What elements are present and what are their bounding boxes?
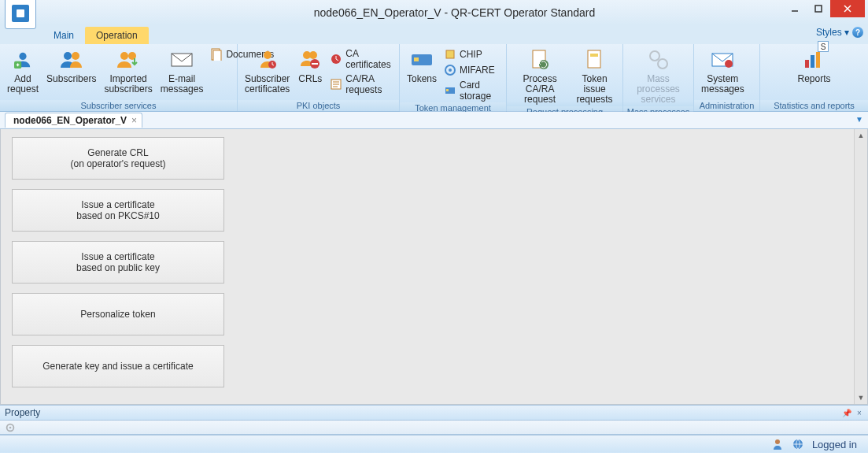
close-tab-icon[interactable]: × [131, 115, 137, 126]
reports-label: Reports [797, 74, 830, 84]
maximize-button[interactable] [807, 0, 830, 17]
ribbon-tabbar: Main Operation Styles ▾ ? S [0, 25, 868, 44]
mass-processes-label: Mass processes services [630, 74, 686, 105]
app-menu-button[interactable] [5, 0, 36, 29]
ca-ra-requests-label: CA/RA requests [345, 73, 393, 95]
svg-rect-26 [446, 89, 449, 91]
close-panel-icon[interactable]: × [854, 407, 865, 418]
svg-rect-1 [815, 6, 822, 12]
issue-cert-pubkey-button[interactable]: Issue a certificate based on public key [12, 241, 224, 284]
mifare-label: MIFARE [460, 65, 495, 76]
email-messages-button[interactable]: E-mail messages [157, 46, 208, 96]
gen-key-issue-cert-button[interactable]: Generate key and issue a certificate [12, 345, 224, 387]
svg-point-6 [64, 52, 72, 60]
crls-label: CRLs [298, 74, 322, 84]
subscribers-button[interactable]: Subscribers [42, 46, 100, 86]
svg-rect-12 [213, 50, 221, 61]
svg-point-32 [658, 59, 667, 69]
network-status-icon [792, 438, 804, 450]
svg-point-34 [725, 60, 733, 68]
mifare-button[interactable]: MIFARE [441, 63, 503, 77]
minimize-button[interactable] [783, 0, 807, 17]
ca-certificates-icon [330, 53, 342, 65]
add-request-label: Add request [7, 74, 39, 95]
tokens-button[interactable]: Tokens [403, 46, 441, 86]
chip-button[interactable]: CHIP [441, 47, 503, 61]
svg-rect-30 [590, 54, 598, 57]
token-issue-requests-button[interactable]: Token issue requests [570, 46, 619, 106]
tab-main[interactable]: Main [42, 27, 85, 44]
keytip-s: S [818, 41, 829, 52]
tokens-icon [409, 47, 434, 72]
app-icon [12, 5, 29, 22]
ribbon: Add request Subscribers Imported subscri… [0, 44, 868, 112]
imported-subscribers-icon [116, 47, 141, 72]
scroll-down-icon[interactable]: ▼ [855, 391, 867, 404]
system-messages-button[interactable]: System messages [697, 46, 748, 96]
tab-operation[interactable]: Operation [85, 27, 149, 44]
property-panel-body [0, 421, 868, 435]
svg-rect-22 [446, 50, 454, 58]
subscriber-certificates-button[interactable]: Subscriber certificates [241, 46, 294, 96]
property-panel-header[interactable]: Property 📌 × [0, 405, 868, 421]
subscriber-services-group-label: Subscriber services [0, 100, 237, 111]
svg-point-8 [120, 52, 128, 60]
subscriber-certificates-label: Subscriber certificates [245, 74, 290, 95]
process-icon [527, 47, 552, 72]
svg-point-31 [650, 51, 659, 61]
help-icon[interactable]: ? [852, 27, 863, 38]
document-area: node066_EN_Operator_V × ▼ Generate CRL (… [0, 112, 868, 405]
ca-ra-requests-button[interactable]: CA/RA requests [327, 72, 396, 96]
pin-icon[interactable]: 📌 [841, 407, 852, 418]
scroll-up-icon[interactable]: ▲ [855, 129, 867, 142]
card-storage-label: Card storage [460, 80, 500, 102]
tabs-dropdown-icon[interactable]: ▼ [855, 115, 863, 124]
operation-button-list: Generate CRL (on operator's request) Iss… [1, 129, 229, 404]
svg-rect-21 [414, 57, 419, 61]
svg-point-40 [775, 439, 780, 444]
crls-icon [297, 47, 323, 72]
generate-crl-button[interactable]: Generate CRL (on operator's request) [12, 137, 224, 180]
statistics-reports-group-label: Statistics and reports [760, 100, 868, 111]
personalize-token-button[interactable]: Personalize token [12, 293, 224, 335]
property-panel-title: Property [5, 407, 40, 418]
svg-point-24 [449, 69, 452, 72]
process-ca-ra-button[interactable]: Process CA/RA request [510, 46, 570, 106]
mass-processes-button: Mass processes services [626, 46, 690, 106]
title-bar: node066_EN_Operator_V - QR-CERT Operator… [0, 0, 868, 25]
svg-point-7 [72, 52, 79, 60]
svg-point-39 [9, 426, 12, 428]
system-messages-label: System messages [701, 74, 744, 95]
svg-rect-35 [805, 60, 809, 68]
documents-icon [210, 48, 223, 61]
token-issue-label: Token issue requests [574, 74, 615, 105]
tokens-label: Tokens [407, 74, 437, 84]
styles-dropdown[interactable]: Styles ▾ [816, 27, 849, 38]
document-tabstrip: node066_EN_Operator_V × ▼ [0, 112, 868, 129]
vertical-scrollbar[interactable]: ▲ ▼ [854, 129, 867, 404]
logged-in-label: Logged in [812, 439, 857, 450]
token-issue-icon [582, 47, 608, 72]
document-tab[interactable]: node066_EN_Operator_V × [5, 113, 142, 128]
add-request-button[interactable]: Add request [3, 46, 42, 96]
document-body: Generate CRL (on operator's request) Iss… [0, 129, 868, 405]
pki-objects-group-label: PKI objects [238, 100, 399, 111]
issue-cert-pkcs10-button[interactable]: Issue a certificate based on PKCS#10 [12, 189, 224, 232]
svg-point-16 [309, 51, 317, 59]
chip-label: CHIP [460, 49, 482, 60]
document-tab-label: node066_EN_Operator_V [13, 115, 127, 126]
imported-subscribers-button[interactable]: Imported subscribers [100, 46, 156, 96]
svg-rect-37 [816, 52, 820, 68]
administration-group-label: Administration [694, 100, 759, 111]
add-request-icon [10, 47, 35, 72]
user-status-icon [771, 438, 784, 450]
ca-certificates-button[interactable]: CA certificates [327, 47, 396, 71]
card-storage-button[interactable]: Card storage [441, 79, 503, 102]
subscribers-icon [59, 47, 84, 72]
system-messages-icon [710, 47, 735, 72]
crls-button[interactable]: CRLs [294, 46, 327, 86]
certificate-icon [255, 47, 280, 72]
svg-rect-36 [811, 55, 814, 68]
close-button[interactable] [830, 0, 865, 17]
gear-icon[interactable] [5, 422, 16, 433]
